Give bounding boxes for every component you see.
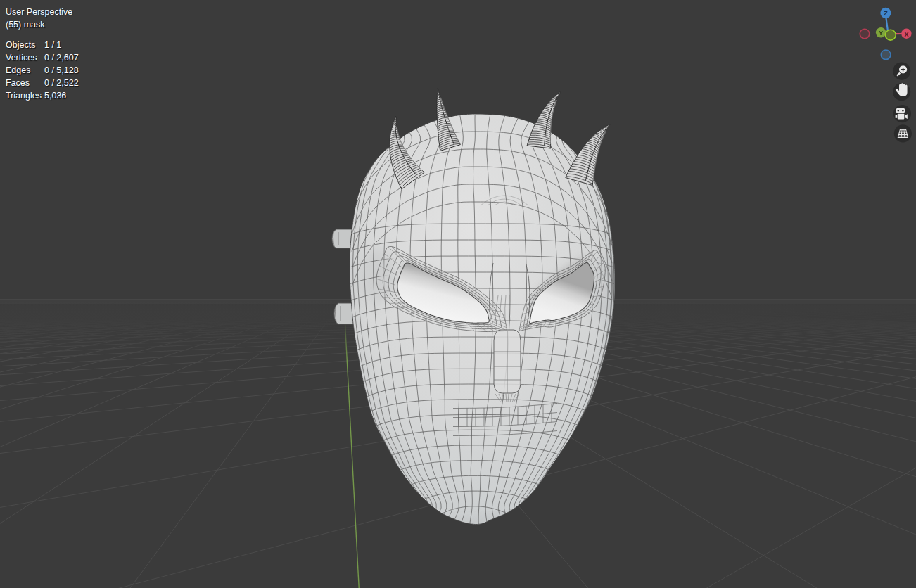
svg-text:Z: Z — [884, 10, 888, 17]
svg-text:Y: Y — [879, 30, 883, 37]
svg-text:X: X — [904, 31, 908, 38]
